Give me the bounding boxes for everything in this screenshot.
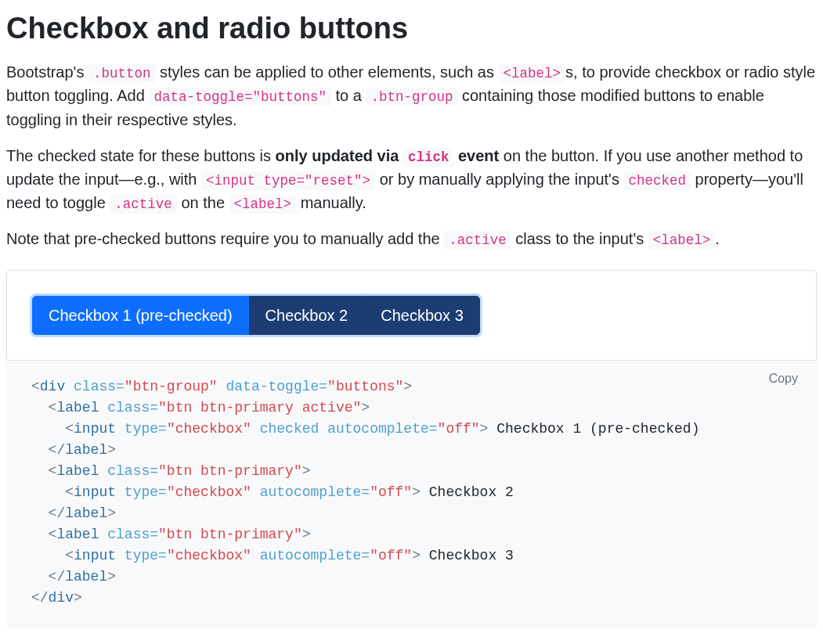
intro-paragraph-2: The checked state for these buttons is o… xyxy=(6,144,817,215)
checkbox-2-button[interactable]: Checkbox 2 xyxy=(249,296,365,335)
copy-button[interactable]: Copy xyxy=(769,372,798,386)
code-input-reset: <input type="reset"> xyxy=(201,171,375,190)
code-label-tag: <label> xyxy=(499,64,566,83)
checkbox-3-button[interactable]: Checkbox 3 xyxy=(364,296,480,335)
intro-paragraph-1: Bootstrap's .button styles can be applie… xyxy=(6,60,817,131)
code-button: .button xyxy=(88,64,156,83)
code-click: click xyxy=(403,148,454,167)
code-label-tag-2: <label> xyxy=(229,195,297,214)
checkbox-1-button[interactable]: Checkbox 1 (pre-checked) xyxy=(32,296,249,335)
code-label-tag-3: <label> xyxy=(648,231,716,250)
code-data-toggle: data-toggle="buttons" xyxy=(149,88,331,106)
code-example: Copy<div class="btn-group" data-toggle="… xyxy=(6,361,817,628)
code-btn-group: .btn-group xyxy=(366,88,457,106)
code-active-2: .active xyxy=(444,231,511,250)
code-active: .active xyxy=(110,195,177,214)
example-box: Checkbox 1 (pre-checked) Checkbox 2 Chec… xyxy=(6,270,817,361)
intro-paragraph-3: Note that pre-checked buttons require yo… xyxy=(6,227,817,250)
code-checked: checked xyxy=(623,171,691,190)
section-heading: Checkbox and radio buttons xyxy=(6,6,817,51)
checkbox-btn-group: Checkbox 1 (pre-checked) Checkbox 2 Chec… xyxy=(32,296,480,335)
